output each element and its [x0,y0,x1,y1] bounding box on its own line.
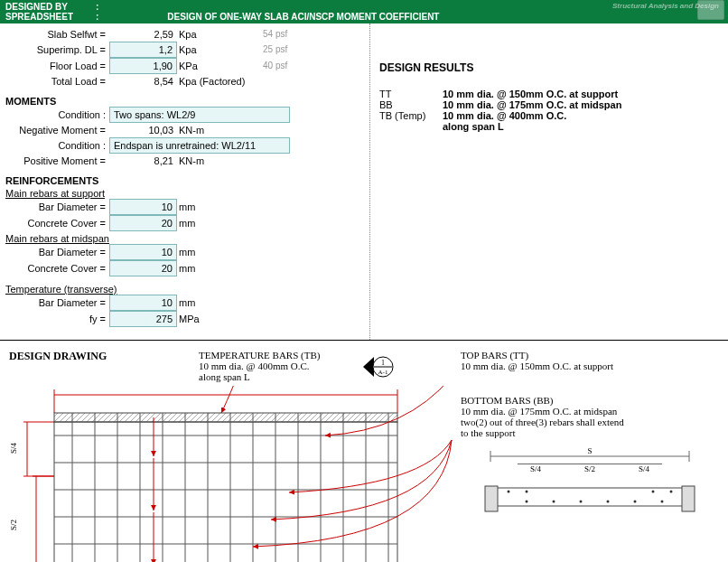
header-bar: DESIGNED BY : SPREADSHEET : DESIGN OF ON… [0,0,728,23]
bar-dia-temp-input[interactable]: 10 [109,295,177,311]
svg-point-49 [580,501,583,503]
along-value: along span L [443,121,504,132]
rein-row: Bar Diameter = 10 mm [5,199,364,215]
floor-load-label: Floor Load = [5,59,109,73]
sdim-b: S/2 [554,464,626,473]
moment-row: Condition : Two spans: WL2/9 [5,107,364,123]
cover-midspan-input[interactable]: 20 [109,260,177,276]
bb-title: BOTTOM BARS (BB) [461,395,719,406]
svg-point-53 [508,491,510,493]
watermark-text: Structural Analysis and Design [612,2,719,10]
cover-support-unit: mm [177,216,263,230]
tb-title: TEMPERATURE BARS (TB) [199,350,352,361]
tt-line1: 10 mm dia. @ 150mm O.C. at support [461,361,719,371]
floor-load-unit: KPa [177,59,263,73]
slab-selfwt-value: 2,59 [109,27,177,42]
slab-section-drawing [472,479,707,524]
bar-dia-midspan-input[interactable]: 10 [109,244,177,260]
tt-title: TOP BARS (TT) [461,350,719,361]
design-drawing-section: DESIGN DRAWING TEMPERATURE BARS (TB) 10 … [0,341,728,562]
bb-line1: 10 mm dia. @ 175mm O.C. at midspan [461,406,719,417]
slab-selfwt-label: Slab Selfwt = [5,27,109,42]
svg-text:S: S [587,446,592,455]
svg-rect-45 [485,486,498,511]
svg-rect-8 [54,422,397,562]
fy-label: fy = [5,312,109,326]
cover-midspan-label: Concrete Cover = [5,261,109,276]
bar-dia-midspan-unit: mm [177,245,263,259]
cover-midspan-unit: mm [177,261,263,276]
pos-moment-value: 8,21 [109,154,177,168]
bar-dia-support-input[interactable]: 10 [109,199,177,215]
superimp-dl-input[interactable]: 1,2 [109,42,177,58]
cover-support-input[interactable]: 20 [109,215,177,231]
svg-rect-44 [490,488,689,506]
bar-dia-temp-unit: mm [177,295,263,310]
svg-point-55 [652,491,655,493]
section-dimension: S S/4 S/2 S/4 [461,445,719,526]
result-row: along span L [379,121,719,132]
svg-point-52 [661,501,664,503]
floor-load-input[interactable]: 1,90 [109,58,177,74]
neg-moment-unit: KN-m [177,123,263,137]
rein-row: Concrete Cover = 20 mm [5,215,364,231]
results-title: DESIGN RESULTS [379,61,719,74]
total-load-label: Total Load = [5,74,109,89]
svg-point-50 [607,501,610,503]
pos-moment-unit: KN-m [177,154,263,168]
design-drawing-title: DESIGN DRAWING [9,350,107,362]
tb-key: TB (Temp) [379,110,443,121]
superimp-dl-unit: Kpa [177,42,263,57]
rein-row: fy = 275 MPa [5,311,364,327]
rebars-midspan-title: Main rebars at midspan [5,233,364,244]
load-row: Floor Load = 1,90 KPa 40 psf [5,58,364,74]
result-row: BB10 mm dia. @ 175mm O.C. at midspan [379,99,719,110]
load-row: Superimp. DL = 1,2 Kpa 25 psf [5,42,364,58]
moment-row: Positive Moment = 8,21 KN-m [5,154,364,168]
inputs-panel: Slab Selfwt = 2,59 Kpa 54 psf Superimp. … [0,23,370,340]
rein-row: Concrete Cover = 20 mm [5,260,364,276]
load-row: Slab Selfwt = 2,59 Kpa 54 psf [5,27,364,42]
condition2-select[interactable]: Endspan is unretrained: WL2/11 [109,137,290,154]
bar-dia-support-label: Bar Diameter = [5,200,109,214]
condition2-label: Condition : [5,138,109,153]
condition1-label: Condition : [5,108,109,122]
tt-key: TT [379,89,443,99]
rein-row: Bar Diameter = 10 mm [5,244,364,260]
bar-dia-midspan-label: Bar Diameter = [5,245,109,259]
svg-text:S/2: S/2 [9,520,18,530]
tt-value: 10 mm dia. @ 150mm O.C. at support [443,89,618,99]
svg-point-48 [553,501,555,503]
moment-row: Condition : Endspan is unretrained: WL2/… [5,137,364,154]
result-row: TT10 mm dia. @ 150mm O.C. at support [379,89,719,99]
pos-moment-label: Positive Moment = [5,154,109,168]
bb-value: 10 mm dia. @ 175mm O.C. at midspan [443,99,621,110]
tb-value: 10 mm dia. @ 400mm O.C. [443,110,566,121]
sdim-c: S/4 [626,464,662,473]
slab-plan-drawing: S/4 S/2 [9,386,461,562]
svg-text:S/4: S/4 [9,442,18,454]
superimp-dl-psf: 25 psf [263,42,287,57]
svg-rect-46 [682,486,695,511]
s-dimension-line: S [472,445,707,462]
cover-support-label: Concrete Cover = [5,216,109,230]
result-row: TB (Temp)10 mm dia. @ 400mm O.C. [379,110,719,121]
bar-dia-temp-label: Bar Diameter = [5,295,109,310]
sdim-a: S/4 [518,464,554,473]
slab-selfwt-psf: 54 psf [263,27,287,42]
bb-line3: to the support [461,427,719,438]
condition1-select[interactable]: Two spans: WL2/9 [109,107,290,123]
svg-text:1: 1 [381,359,385,367]
reinforcements-title: REINFORCEMENTS [5,175,364,186]
svg-text:A-1: A-1 [378,369,388,376]
fy-input[interactable]: 275 [109,311,177,327]
total-load-unit: Kpa (Factored) [177,74,263,89]
moment-row: Negative Moment = 10,03 KN-m [5,123,364,137]
bar-dia-support-unit: mm [177,200,263,214]
fy-unit: MPa [177,312,263,326]
neg-moment-value: 10,03 [109,123,177,137]
svg-point-47 [526,501,528,503]
slab-selfwt-unit: Kpa [177,27,263,42]
moments-title: MOMENTS [5,96,364,107]
bb-line2: two(2) out of three(3) rebars shall exte… [461,417,719,427]
